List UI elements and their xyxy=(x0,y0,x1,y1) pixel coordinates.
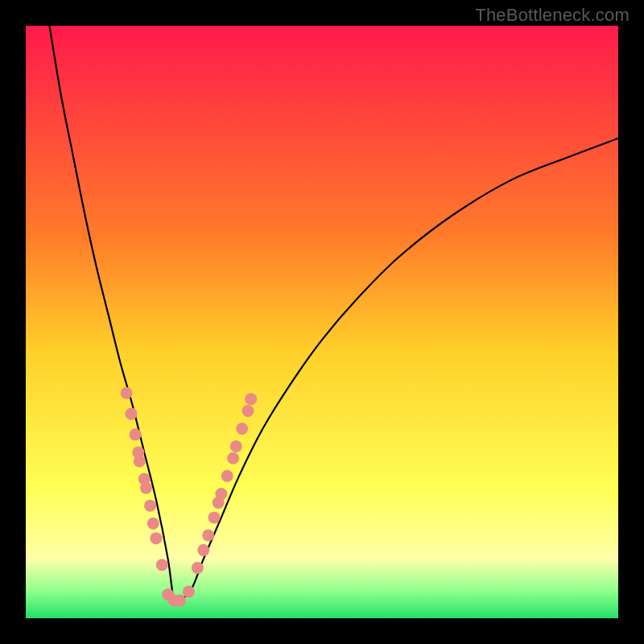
data-dot xyxy=(121,387,133,399)
chart-overlay xyxy=(26,26,618,618)
data-dot xyxy=(236,423,248,435)
data-dot xyxy=(134,455,146,467)
data-dot xyxy=(144,500,156,512)
data-dot xyxy=(126,408,138,420)
data-dot xyxy=(183,585,195,597)
data-dot xyxy=(215,488,227,500)
data-dot xyxy=(197,544,209,556)
data-dots xyxy=(121,387,258,607)
data-dot xyxy=(208,511,221,523)
bottleneck-curve xyxy=(49,26,618,604)
data-dot xyxy=(192,562,204,574)
watermark-text: TheBottleneck.com xyxy=(475,5,630,26)
data-dot xyxy=(150,532,162,544)
data-dot xyxy=(230,440,242,452)
data-dot xyxy=(221,470,233,482)
data-dot xyxy=(202,529,214,541)
data-dot xyxy=(242,405,254,417)
chart-frame: TheBottleneck.com xyxy=(0,0,644,644)
data-dot xyxy=(174,594,186,606)
data-dot xyxy=(147,518,159,530)
data-dot xyxy=(245,393,257,405)
data-dot xyxy=(130,428,142,440)
data-dot xyxy=(227,452,239,464)
data-dot xyxy=(156,559,168,571)
data-dot xyxy=(140,482,152,494)
